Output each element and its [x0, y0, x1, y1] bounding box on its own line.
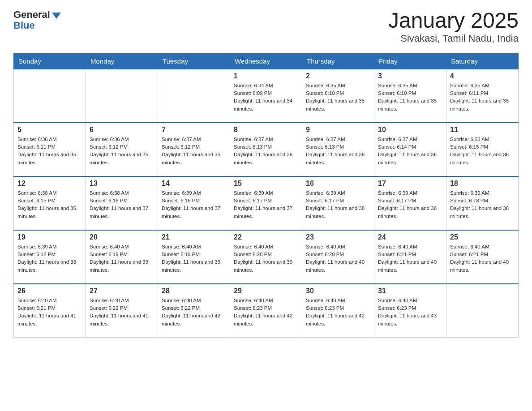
calendar-week-4: 19Sunrise: 6:39 AMSunset: 6:18 PMDayligh… [14, 230, 519, 284]
calendar-cell: 16Sunrise: 6:39 AMSunset: 6:17 PMDayligh… [302, 176, 374, 230]
calendar-cell: 21Sunrise: 6:40 AMSunset: 6:19 PMDayligh… [158, 230, 230, 284]
day-number: 14 [162, 180, 226, 188]
calendar-cell: 30Sunrise: 6:40 AMSunset: 6:23 PMDayligh… [302, 284, 374, 338]
calendar-cell: 24Sunrise: 6:40 AMSunset: 6:21 PMDayligh… [374, 230, 446, 284]
calendar-week-2: 5Sunrise: 6:36 AMSunset: 6:11 PMDaylight… [14, 123, 519, 176]
day-number: 11 [450, 126, 515, 134]
page-header: General Blue January 2025 Sivakasi, Tami… [13, 9, 519, 44]
calendar-cell: 15Sunrise: 6:39 AMSunset: 6:17 PMDayligh… [230, 176, 302, 230]
calendar-cell: 23Sunrise: 6:40 AMSunset: 6:20 PMDayligh… [302, 230, 374, 284]
logo-general-text: General [13, 9, 50, 21]
calendar-cell [446, 284, 519, 338]
calendar-header: SundayMondayTuesdayWednesdayThursdayFrid… [14, 53, 519, 69]
day-number: 22 [234, 233, 298, 241]
calendar-cell: 19Sunrise: 6:39 AMSunset: 6:18 PMDayligh… [14, 230, 86, 284]
calendar-cell: 26Sunrise: 6:40 AMSunset: 6:21 PMDayligh… [14, 284, 86, 338]
day-number: 23 [306, 233, 370, 241]
day-info: Sunrise: 6:35 AMSunset: 6:11 PMDaylight:… [450, 82, 515, 113]
calendar-cell: 11Sunrise: 6:38 AMSunset: 6:15 PMDayligh… [446, 123, 519, 176]
calendar-cell: 31Sunrise: 6:40 AMSunset: 6:23 PMDayligh… [374, 284, 446, 338]
calendar-cell [86, 69, 158, 123]
calendar-cell: 27Sunrise: 6:40 AMSunset: 6:22 PMDayligh… [86, 284, 158, 338]
calendar-cell [158, 69, 230, 123]
calendar-cell: 10Sunrise: 6:37 AMSunset: 6:14 PMDayligh… [374, 123, 446, 176]
day-number: 28 [162, 287, 226, 295]
day-info: Sunrise: 6:40 AMSunset: 6:19 PMDaylight:… [162, 243, 226, 274]
day-number: 25 [450, 233, 515, 241]
day-info: Sunrise: 6:40 AMSunset: 6:23 PMDaylight:… [378, 297, 442, 328]
day-number: 21 [162, 233, 226, 241]
calendar-cell [14, 69, 86, 123]
day-number: 2 [306, 72, 370, 80]
title-block: January 2025 Sivakasi, Tamil Nadu, India [388, 9, 519, 44]
day-number: 8 [234, 126, 298, 134]
day-info: Sunrise: 6:35 AMSunset: 6:10 PMDaylight:… [378, 82, 442, 113]
day-info: Sunrise: 6:34 AMSunset: 6:09 PMDaylight:… [234, 82, 298, 113]
day-number: 29 [234, 287, 298, 295]
day-info: Sunrise: 6:38 AMSunset: 6:15 PMDaylight:… [450, 136, 515, 167]
calendar-cell: 1Sunrise: 6:34 AMSunset: 6:09 PMDaylight… [230, 69, 302, 123]
calendar-cell: 18Sunrise: 6:39 AMSunset: 6:18 PMDayligh… [446, 176, 519, 230]
day-number: 20 [90, 233, 154, 241]
day-number: 31 [378, 287, 442, 295]
calendar-week-1: 1Sunrise: 6:34 AMSunset: 6:09 PMDaylight… [14, 69, 519, 123]
day-number: 12 [17, 180, 82, 188]
day-info: Sunrise: 6:40 AMSunset: 6:21 PMDaylight:… [378, 243, 442, 274]
calendar-cell: 7Sunrise: 6:37 AMSunset: 6:12 PMDaylight… [158, 123, 230, 176]
day-header-wednesday: Wednesday [230, 53, 302, 69]
days-header-row: SundayMondayTuesdayWednesdayThursdayFrid… [14, 53, 519, 69]
day-info: Sunrise: 6:39 AMSunset: 6:17 PMDaylight:… [378, 189, 442, 220]
day-header-thursday: Thursday [302, 53, 374, 69]
calendar-cell: 13Sunrise: 6:38 AMSunset: 6:16 PMDayligh… [86, 176, 158, 230]
day-info: Sunrise: 6:38 AMSunset: 6:15 PMDaylight:… [17, 189, 82, 220]
day-number: 9 [306, 126, 370, 134]
day-number: 15 [234, 180, 298, 188]
day-info: Sunrise: 6:40 AMSunset: 6:20 PMDaylight:… [234, 243, 298, 274]
calendar-cell: 25Sunrise: 6:40 AMSunset: 6:21 PMDayligh… [446, 230, 519, 284]
day-info: Sunrise: 6:40 AMSunset: 6:20 PMDaylight:… [306, 243, 370, 274]
day-number: 16 [306, 180, 370, 188]
day-info: Sunrise: 6:35 AMSunset: 6:10 PMDaylight:… [306, 82, 370, 113]
day-number: 17 [378, 180, 442, 188]
day-number: 5 [17, 126, 82, 134]
day-info: Sunrise: 6:40 AMSunset: 6:23 PMDaylight:… [234, 297, 298, 328]
day-info: Sunrise: 6:39 AMSunset: 6:17 PMDaylight:… [306, 189, 370, 220]
calendar-cell: 2Sunrise: 6:35 AMSunset: 6:10 PMDaylight… [302, 69, 374, 123]
calendar-title: January 2025 [388, 9, 519, 33]
day-number: 6 [90, 126, 154, 134]
day-number: 7 [162, 126, 226, 134]
calendar-cell: 9Sunrise: 6:37 AMSunset: 6:13 PMDaylight… [302, 123, 374, 176]
day-header-monday: Monday [86, 53, 158, 69]
day-header-friday: Friday [374, 53, 446, 69]
day-info: Sunrise: 6:39 AMSunset: 6:18 PMDaylight:… [450, 189, 515, 220]
calendar-cell: 8Sunrise: 6:37 AMSunset: 6:13 PMDaylight… [230, 123, 302, 176]
calendar-week-3: 12Sunrise: 6:38 AMSunset: 6:15 PMDayligh… [14, 176, 519, 230]
day-info: Sunrise: 6:36 AMSunset: 6:11 PMDaylight:… [17, 136, 82, 167]
calendar-cell: 5Sunrise: 6:36 AMSunset: 6:11 PMDaylight… [14, 123, 86, 176]
logo-blue-text: Blue [13, 20, 35, 31]
day-number: 27 [90, 287, 154, 295]
day-number: 10 [378, 126, 442, 134]
day-info: Sunrise: 6:40 AMSunset: 6:21 PMDaylight:… [17, 297, 82, 328]
calendar-body: 1Sunrise: 6:34 AMSunset: 6:09 PMDaylight… [14, 69, 519, 338]
day-number: 24 [378, 233, 442, 241]
calendar-cell: 12Sunrise: 6:38 AMSunset: 6:15 PMDayligh… [14, 176, 86, 230]
day-info: Sunrise: 6:36 AMSunset: 6:12 PMDaylight:… [90, 136, 154, 167]
day-info: Sunrise: 6:37 AMSunset: 6:12 PMDaylight:… [162, 136, 226, 167]
day-info: Sunrise: 6:40 AMSunset: 6:23 PMDaylight:… [306, 297, 370, 328]
calendar-cell: 29Sunrise: 6:40 AMSunset: 6:23 PMDayligh… [230, 284, 302, 338]
calendar-cell: 4Sunrise: 6:35 AMSunset: 6:11 PMDaylight… [446, 69, 519, 123]
day-info: Sunrise: 6:39 AMSunset: 6:16 PMDaylight:… [162, 189, 226, 220]
day-number: 18 [450, 180, 515, 188]
day-number: 30 [306, 287, 370, 295]
calendar-cell: 3Sunrise: 6:35 AMSunset: 6:10 PMDaylight… [374, 69, 446, 123]
calendar-cell: 14Sunrise: 6:39 AMSunset: 6:16 PMDayligh… [158, 176, 230, 230]
calendar-cell: 17Sunrise: 6:39 AMSunset: 6:17 PMDayligh… [374, 176, 446, 230]
day-info: Sunrise: 6:40 AMSunset: 6:22 PMDaylight:… [90, 297, 154, 328]
day-info: Sunrise: 6:39 AMSunset: 6:18 PMDaylight:… [17, 243, 82, 274]
calendar-cell: 22Sunrise: 6:40 AMSunset: 6:20 PMDayligh… [230, 230, 302, 284]
day-number: 4 [450, 72, 515, 80]
day-info: Sunrise: 6:37 AMSunset: 6:14 PMDaylight:… [378, 136, 442, 167]
calendar-table: SundayMondayTuesdayWednesdayThursdayFrid… [13, 53, 519, 338]
day-info: Sunrise: 6:37 AMSunset: 6:13 PMDaylight:… [234, 136, 298, 167]
